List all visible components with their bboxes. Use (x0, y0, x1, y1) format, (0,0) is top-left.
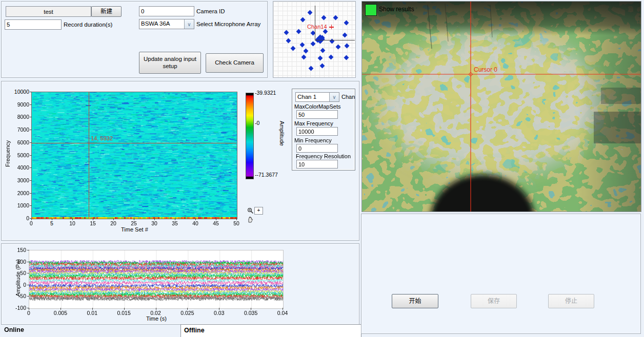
mic-point (299, 42, 305, 47)
cursor-mode-icon[interactable]: + (254, 207, 263, 215)
mic-point (320, 48, 325, 53)
tick-label: 3000 (8, 177, 29, 183)
mic-point (317, 55, 323, 60)
tick-label: 40 (185, 220, 206, 226)
tick-label: 0.04 (270, 310, 295, 316)
tick-mark (175, 218, 175, 220)
tick-mark (219, 308, 219, 310)
frequency-resolution-input[interactable] (296, 160, 338, 168)
config-panel: 新建 Record duration(s) Camera ID BSWA 36A… (1, 1, 268, 78)
tick-label: 2000 (8, 190, 29, 196)
tick-label: 0.015 (112, 310, 136, 316)
tick-label: 10000 (8, 89, 29, 95)
tick-label: 45 (206, 220, 226, 226)
tick-label: 25 (124, 220, 144, 226)
mic-point (303, 48, 308, 53)
start-button[interactable]: 开始 (392, 294, 438, 308)
mic-point (335, 44, 340, 49)
mic-point (342, 32, 347, 37)
array-cursor-v[interactable] (315, 6, 315, 40)
tick-label: 150 (5, 247, 26, 253)
tick-label: 9000 (8, 101, 29, 108)
waveform-panel: Amplitude (Pa) Time (s) 150100500-50-100… (1, 243, 359, 325)
colorbar-min-label: --71.3677 (255, 172, 278, 178)
tick-mark (154, 218, 155, 220)
colorbar-axis-label: Amplitude (279, 121, 285, 146)
spectrogram-cursor-v[interactable] (89, 92, 89, 218)
tick-label: 1000 (8, 202, 29, 208)
mic-point (290, 46, 295, 51)
tick-mark (92, 308, 93, 310)
array-cursor-h[interactable] (315, 40, 355, 40)
tick-label: 15 (83, 220, 103, 226)
mic-point (284, 30, 289, 35)
update-analog-input-button[interactable]: Update analog input setup (139, 52, 201, 74)
tick-label: 20 (103, 220, 124, 226)
tick-mark (30, 180, 32, 181)
waveform-plot[interactable] (29, 250, 284, 309)
tick-label: 6000 (8, 139, 29, 145)
mic-point (310, 41, 315, 46)
tick-mark (30, 142, 32, 143)
camera-id-label: Camera ID (196, 8, 225, 14)
chevron-down-icon[interactable]: ∨ (329, 93, 339, 101)
camera-result-view[interactable]: Cursor 0 Show results (361, 1, 641, 212)
tick-label: 8000 (8, 114, 29, 120)
check-camera-button[interactable]: Check Camera (206, 53, 264, 73)
online-status-label: Online (4, 326, 24, 333)
record-duration-input[interactable] (5, 19, 62, 30)
tick-label: 0.01 (80, 310, 105, 316)
tick-mark (236, 218, 237, 220)
tick-label: 0 (16, 310, 41, 316)
chevron-down-icon[interactable]: ∨ (184, 19, 194, 29)
tick-mark (30, 155, 32, 156)
tick-mark (61, 308, 61, 310)
tick-mark (195, 218, 196, 220)
tick-mark (30, 130, 32, 130)
channel-select-value: Chan 1 (296, 93, 329, 101)
tick-mark (93, 218, 93, 220)
tick-mark (27, 262, 29, 262)
spectrogram-cursor-h[interactable] (31, 143, 236, 143)
mic-point (319, 63, 325, 68)
mic-point (321, 15, 326, 20)
mic-point (286, 38, 291, 43)
zoom-icon[interactable] (247, 207, 254, 214)
channel-select[interactable]: Chan 1 ∨ (295, 92, 339, 102)
tick-label: 0.03 (207, 310, 231, 316)
record-duration-label: Record duration(s) (64, 22, 112, 28)
max-frequency-input[interactable] (296, 127, 338, 136)
tick-mark (72, 218, 73, 220)
tick-label: -50 (5, 293, 26, 299)
mic-point (308, 66, 313, 71)
tick-mark (30, 104, 32, 105)
min-frequency-label: Min Frequency (294, 137, 332, 143)
tick-mark (187, 308, 188, 310)
mic-array-select[interactable]: BSWA 36A ∨ (139, 19, 194, 29)
pan-hand-icon[interactable] (247, 216, 254, 223)
maxcolormapsets-label: MaxColorMapSets (294, 103, 340, 110)
spectrogram-plot[interactable] (31, 92, 237, 219)
tick-mark (124, 308, 125, 310)
test-name-field[interactable] (6, 6, 91, 17)
mic-point (344, 20, 349, 25)
mic-point (344, 55, 349, 60)
colorbar-zero-label: -0 (255, 120, 259, 126)
mic-array-select-value: BSWA 36A (139, 19, 184, 29)
camera-id-input[interactable] (139, 6, 194, 16)
action-panel: 开始 保存 停止 (361, 214, 641, 334)
maxcolormapsets-input[interactable] (296, 110, 338, 119)
tick-label: 0.02 (144, 310, 168, 316)
stop-button[interactable]: 停止 (548, 294, 594, 308)
acoustic-camera-app: 新建 Record duration(s) Camera ID BSWA 36A… (0, 0, 644, 337)
tick-label: 5000 (8, 152, 29, 158)
mic-point (333, 15, 338, 20)
show-results-checkbox[interactable] (365, 4, 377, 16)
mic-point (344, 43, 349, 48)
min-frequency-input[interactable] (296, 144, 338, 153)
new-button[interactable]: 新建 (91, 6, 122, 17)
tick-label: 0 (21, 220, 42, 226)
save-button[interactable]: 保存 (471, 294, 517, 308)
tick-label: 30 (144, 220, 165, 226)
image-cursor-label: Cursor 0 (474, 66, 497, 73)
